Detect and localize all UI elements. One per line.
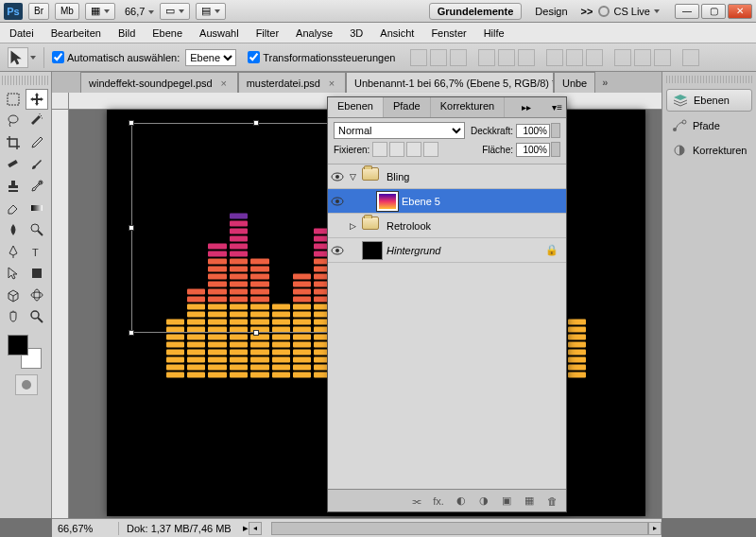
- scrollbar-horizontal[interactable]: [271, 522, 648, 535]
- menu-hilfe[interactable]: Hilfe: [484, 27, 505, 39]
- handle-nw[interactable]: [129, 120, 134, 126]
- screen-mode-button[interactable]: ▭: [160, 3, 190, 20]
- expand-toggle[interactable]: ▷: [347, 221, 358, 231]
- opacity-input[interactable]: [516, 124, 550, 138]
- distribute-6-icon[interactable]: [654, 49, 671, 66]
- menu-3d[interactable]: 3D: [350, 27, 363, 39]
- layer-name[interactable]: Bling: [387, 171, 566, 182]
- crop-tool[interactable]: [2, 132, 25, 153]
- panel-collapse-icon[interactable]: ▸▸: [518, 97, 535, 117]
- link-layers-icon[interactable]: ⫘: [407, 494, 424, 509]
- auto-select-target[interactable]: Ebene: [185, 49, 236, 66]
- layers-panel[interactable]: Ebenen Pfade Korrekturen ▸▸ ▾≡ Normal De…: [327, 96, 567, 512]
- sidebar-grip[interactable]: [666, 76, 752, 83]
- menu-analyse[interactable]: Analyse: [296, 27, 333, 39]
- sidebar-item-korrekturen[interactable]: Korrekturen: [666, 140, 752, 161]
- layer-thumbnail[interactable]: [362, 241, 383, 260]
- color-swatches[interactable]: [8, 335, 42, 369]
- hand-tool[interactable]: [2, 306, 25, 327]
- magic-wand-tool[interactable]: [26, 111, 48, 131]
- eyedropper-tool[interactable]: [26, 132, 48, 153]
- workspace-more[interactable]: >>: [581, 6, 593, 17]
- lock-position-icon[interactable]: [406, 142, 421, 157]
- menu-bearbeiten[interactable]: Bearbeiten: [51, 27, 101, 39]
- foreground-color[interactable]: [8, 335, 28, 355]
- shape-tool[interactable]: [26, 263, 48, 284]
- path-select-tool[interactable]: [2, 263, 25, 284]
- doc-tab-2[interactable]: musterdatei.psd×: [238, 72, 346, 93]
- gradient-tool[interactable]: [26, 198, 48, 218]
- layer-thumbnail[interactable]: [377, 192, 398, 211]
- window-minimize[interactable]: —: [675, 4, 699, 19]
- layer-name[interactable]: Hintergrund: [387, 245, 545, 256]
- marquee-tool[interactable]: [2, 89, 25, 110]
- distribute-4-icon[interactable]: [614, 49, 631, 66]
- opacity-flyout[interactable]: [551, 123, 560, 138]
- panel-tab-korrekturen[interactable]: Korrekturen: [431, 97, 505, 117]
- current-tool-icon[interactable]: [8, 47, 28, 68]
- sidebar-item-ebenen[interactable]: Ebenen: [666, 89, 752, 112]
- panel-menu-icon[interactable]: ▾≡: [548, 97, 566, 117]
- toolbox-grip[interactable]: [2, 76, 49, 85]
- align-left-icon[interactable]: [478, 49, 495, 66]
- fill-input[interactable]: [516, 143, 550, 157]
- align-hcenter-icon[interactable]: [498, 49, 515, 66]
- workspace-design[interactable]: Design: [527, 4, 575, 19]
- lasso-tool[interactable]: [2, 111, 25, 131]
- workspace-grundelemente[interactable]: Grundelemente: [429, 3, 523, 20]
- tab-overflow[interactable]: »: [595, 72, 614, 93]
- handle-sw[interactable]: [129, 330, 134, 336]
- menu-auswahl[interactable]: Auswahl: [199, 27, 239, 39]
- visibility-toggle[interactable]: [328, 172, 347, 182]
- visibility-toggle[interactable]: [328, 246, 347, 255]
- handle-s[interactable]: [253, 330, 259, 336]
- menu-fenster[interactable]: Fenster: [431, 27, 466, 39]
- menu-bild[interactable]: Bild: [118, 27, 135, 39]
- menu-ansicht[interactable]: Ansicht: [380, 27, 414, 39]
- handle-n[interactable]: [253, 120, 259, 126]
- distribute-3-icon[interactable]: [586, 49, 603, 66]
- new-group-icon[interactable]: ▣: [498, 494, 515, 509]
- layer-group-bling[interactable]: ▽ Bling: [328, 165, 566, 189]
- move-tool[interactable]: [26, 89, 48, 110]
- doc-tab-3[interactable]: Unbenannt-1 bei 66,7% (Ebene 5, RGB/8) *…: [346, 72, 554, 93]
- align-bottom-icon[interactable]: [450, 49, 467, 66]
- minibridge-button[interactable]: Mb: [55, 3, 79, 20]
- app-icon[interactable]: Ps: [4, 3, 23, 20]
- new-layer-icon[interactable]: ▦: [521, 494, 538, 509]
- sidebar-item-pfade[interactable]: Pfade: [666, 115, 752, 136]
- ruler-origin[interactable]: [52, 93, 69, 110]
- healing-tool[interactable]: [2, 154, 25, 175]
- status-zoom[interactable]: 66,67%: [52, 523, 118, 534]
- panel-tab-ebenen[interactable]: Ebenen: [328, 97, 384, 117]
- type-tool[interactable]: T: [26, 241, 48, 262]
- menu-datei[interactable]: Datei: [9, 27, 34, 39]
- fill-flyout[interactable]: [551, 142, 560, 157]
- history-brush-tool[interactable]: [26, 176, 48, 197]
- layer-name[interactable]: Ebene 5: [402, 196, 566, 207]
- lock-pixels-icon[interactable]: [389, 142, 404, 157]
- menu-filter[interactable]: Filter: [256, 27, 279, 39]
- handle-w[interactable]: [129, 225, 134, 231]
- dodge-tool[interactable]: [26, 219, 48, 240]
- panel-tab-pfade[interactable]: Pfade: [384, 97, 431, 117]
- layout-button[interactable]: ▦: [85, 3, 115, 20]
- auto-align-icon[interactable]: [682, 49, 699, 66]
- layer-fx-icon[interactable]: fx.: [430, 494, 447, 509]
- quick-mask-button[interactable]: [15, 374, 38, 395]
- blend-mode-select[interactable]: Normal: [334, 122, 465, 139]
- window-maximize[interactable]: ▢: [701, 4, 726, 19]
- layer-group-retrolook[interactable]: ▷ Retrolook: [328, 214, 566, 238]
- visibility-toggle[interactable]: [328, 197, 347, 206]
- window-close[interactable]: ✕: [728, 4, 752, 19]
- close-icon[interactable]: ×: [218, 78, 230, 89]
- doc-tab-4[interactable]: Unbe: [554, 72, 595, 93]
- delete-layer-icon[interactable]: 🗑: [543, 494, 560, 509]
- tool-preset-dropdown[interactable]: [30, 56, 36, 60]
- zoom-tool[interactable]: [26, 306, 48, 327]
- status-doc-size[interactable]: Dok: 1,37 MB/7,46 MB: [119, 523, 239, 534]
- blur-tool[interactable]: [2, 219, 25, 240]
- scroll-right-icon[interactable]: ▸: [648, 522, 662, 535]
- bridge-button[interactable]: Br: [28, 3, 49, 20]
- 3d-camera-tool[interactable]: [26, 285, 48, 305]
